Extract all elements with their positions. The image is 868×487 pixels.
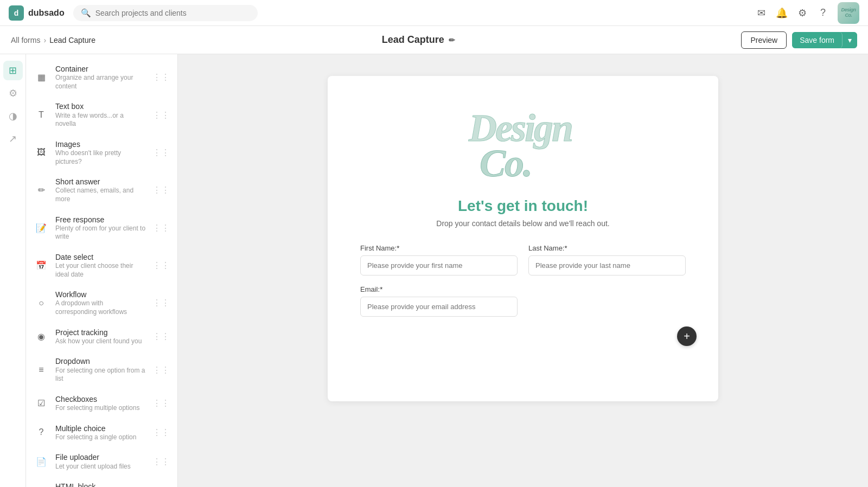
comp-icon-images: 🖼 [34,145,49,160]
comp-name-workflow: Workflow [55,290,146,299]
comp-drag-handle-date-select[interactable]: ⋮⋮ [152,260,170,271]
comp-desc-container: Organize and arrange your content [55,74,146,91]
comp-drag-handle-file-uploader[interactable]: ⋮⋮ [152,457,170,467]
comp-name-free-response: Free response [55,215,146,225]
comp-desc-short-answer: Collect names, emails, and more [55,187,146,203]
email-label: Email:* [360,285,518,293]
comp-drag-handle-checkboxes[interactable]: ⋮⋮ [152,398,170,408]
component-item-multiple-choice[interactable]: ? Multiple choice For selecting a single… [26,418,177,447]
first-name-field: First Name:* [360,244,518,275]
sidenav-components-icon[interactable]: ⊞ [3,61,23,80]
comp-text-html-block: HTML block Add custom HTML to your form [55,482,146,487]
name-row: First Name:* Last Name:* [360,244,686,275]
last-name-field: Last Name:* [528,244,686,275]
comp-icon-short-answer: ✏ [34,183,49,198]
search-bar[interactable]: 🔍 [73,5,258,21]
subheader: All forms › Lead Capture Lead Capture ✏ … [0,26,868,54]
component-item-checkboxes[interactable]: ☑ Checkboxes For selecting multiple opti… [26,389,177,418]
component-item-date-select[interactable]: 📅 Date select Let your client choose the… [26,247,177,284]
comp-icon-html-block [34,483,49,487]
user-avatar[interactable]: DesignCo. [838,2,859,24]
comp-icon-textbox: T [34,107,49,123]
comp-drag-handle-textbox[interactable]: ⋮⋮ [152,110,170,120]
save-button-group: Save form ▾ [792,32,857,48]
component-item-project-tracking[interactable]: ◉ Project tracking Ask how your client f… [26,322,177,351]
side-navigation: ⊞ ⚙ ◑ ↗ [0,54,26,487]
comp-text-file-uploader: File uploader Let your client upload fil… [55,452,146,471]
form-subtext: Drop your contact details below and we'l… [360,219,686,228]
comp-name-images: Images [55,139,146,149]
add-button-container: + [360,326,686,346]
email-field: Email:* [360,285,518,317]
component-panel: ▦ Container Organize and arrange your co… [26,54,178,487]
save-form-button[interactable]: Save form [792,32,843,48]
comp-drag-handle-free-response[interactable]: ⋮⋮ [152,223,170,233]
search-input[interactable] [95,9,250,17]
component-item-images[interactable]: 🖼 Images Who doesn't like pretty picture… [26,134,177,171]
edit-title-icon[interactable]: ✏ [449,36,455,44]
comp-desc-multiple-choice: For selecting a single option [55,433,146,442]
comp-desc-textbox: Write a few words...or a novella [55,112,146,129]
comp-icon-project-tracking: ◉ [34,329,49,344]
add-field-button[interactable]: + [677,326,697,346]
component-item-html-block[interactable]: HTML block Add custom HTML to your form … [26,476,177,487]
comp-drag-handle-short-answer[interactable]: ⋮⋮ [152,185,170,195]
sidenav-palette-icon[interactable]: ◑ [3,106,23,126]
preview-button[interactable]: Preview [741,31,787,49]
main-layout: ⊞ ⚙ ◑ ↗ ▦ Container Organize and arrange… [0,54,868,487]
component-item-short-answer[interactable]: ✏ Short answer Collect names, emails, an… [26,171,177,209]
last-name-input[interactable] [528,255,686,275]
comp-text-workflow: Workflow A dropdown with corresponding w… [55,290,146,316]
logo-icon: d [9,5,24,21]
help-icon[interactable]: ? [817,7,829,19]
bell-icon[interactable]: 🔔 [776,7,788,19]
comp-text-container: Container Organize and arrange your cont… [55,64,146,91]
design-co-logo: Design Co. [463,98,583,187]
comp-name-textbox: Text box [55,101,146,111]
comp-name-project-tracking: Project tracking [55,328,146,337]
component-item-file-uploader[interactable]: 📄 File uploader Let your client upload f… [26,447,177,476]
comp-desc-images: Who doesn't like pretty pictures? [55,149,146,166]
comp-text-multiple-choice: Multiple choice For selecting a single o… [55,424,146,442]
comp-icon-workflow: ○ [34,296,49,311]
email-row: Email:* [360,285,686,317]
comp-name-multiple-choice: Multiple choice [55,424,146,433]
sidenav-settings-icon[interactable]: ⚙ [3,84,23,103]
component-item-dropdown[interactable]: ≡ Dropdown For selecting one option from… [26,351,177,388]
save-form-dropdown-button[interactable]: ▾ [843,32,857,48]
component-item-container[interactable]: ▦ Container Organize and arrange your co… [26,59,177,96]
comp-text-free-response: Free response Plenty of room for your cl… [55,215,146,241]
gear-icon[interactable]: ⚙ [796,7,808,19]
mail-icon[interactable]: ✉ [755,7,767,19]
comp-drag-handle-dropdown[interactable]: ⋮⋮ [152,365,170,375]
breadcrumb-parent[interactable]: All forms [11,36,40,44]
comp-icon-file-uploader: 📄 [34,454,49,469]
comp-drag-handle-container[interactable]: ⋮⋮ [152,72,170,82]
comp-text-short-answer: Short answer Collect names, emails, and … [55,177,146,203]
first-name-input[interactable] [360,255,518,275]
logo-svg: Design Co. [463,98,583,184]
comp-name-checkboxes: Checkboxes [55,394,146,404]
breadcrumb-separator: › [43,36,46,44]
comp-text-checkboxes: Checkboxes For selecting multiple option… [55,394,146,413]
comp-name-html-block: HTML block [55,482,146,487]
comp-desc-checkboxes: For selecting multiple options [55,404,146,413]
component-item-free-response[interactable]: 📝 Free response Plenty of room for your … [26,209,177,247]
header-actions: Preview Save form ▾ [741,31,857,49]
sidenav-share-icon[interactable]: ↗ [3,129,23,149]
breadcrumb: All forms › Lead Capture [11,36,95,44]
component-item-workflow[interactable]: ○ Workflow A dropdown with corresponding… [26,284,177,322]
comp-drag-handle-multiple-choice[interactable]: ⋮⋮ [152,427,170,438]
comp-drag-handle-workflow[interactable]: ⋮⋮ [152,298,170,308]
email-input[interactable] [360,297,518,317]
component-item-textbox[interactable]: T Text box Write a few words...or a nove… [26,96,177,133]
comp-text-project-tracking: Project tracking Ask how your client fou… [55,328,146,346]
last-name-label: Last Name:* [528,244,686,252]
comp-drag-handle-images[interactable]: ⋮⋮ [152,148,170,158]
top-navigation: d dubsado 🔍 ✉ 🔔 ⚙ ? DesignCo. [0,0,868,26]
comp-desc-project-tracking: Ask how your client found you [55,337,146,346]
comp-icon-dropdown: ≡ [34,362,49,377]
comp-desc-dropdown: For selecting one option from a list [55,367,146,383]
nav-right: ✉ 🔔 ⚙ ? DesignCo. [755,2,859,24]
comp-drag-handle-project-tracking[interactable]: ⋮⋮ [152,331,170,342]
